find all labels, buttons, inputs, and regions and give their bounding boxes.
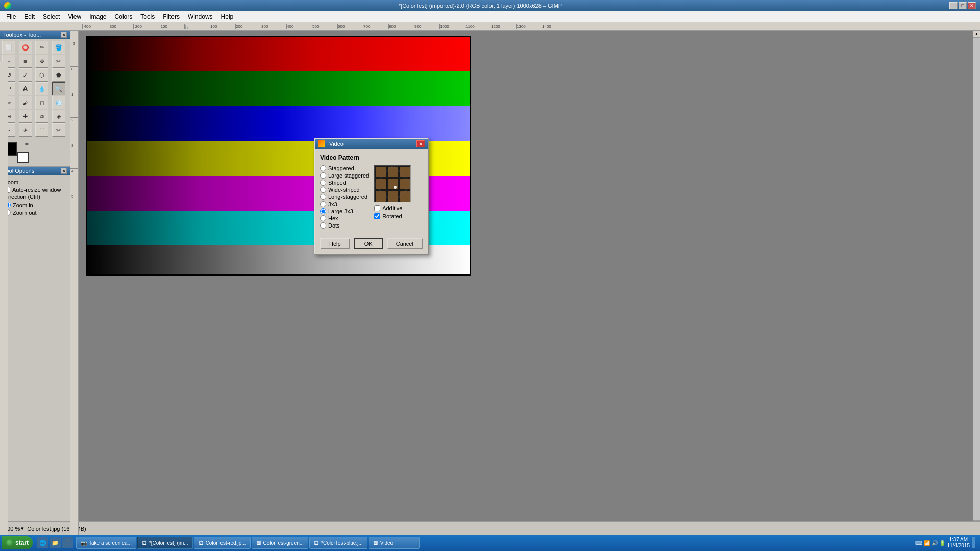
- pattern-long-staggered-radio[interactable]: [320, 194, 326, 200]
- tool-perspective[interactable]: ⬟: [52, 68, 65, 82]
- start-button[interactable]: start: [2, 536, 33, 549]
- taskbar-colortest-red-icon: 🖼: [199, 540, 204, 546]
- pattern-3x3: 3x3: [320, 201, 369, 207]
- pattern-large-staggered-radio[interactable]: [320, 172, 326, 179]
- pattern-dots-radio[interactable]: [320, 222, 326, 229]
- tool-fuzzy-select[interactable]: 🪣: [52, 41, 65, 54]
- tool-iscissors[interactable]: ✂: [52, 123, 65, 137]
- scrollbar-right[interactable]: ▲ ▼: [973, 31, 980, 528]
- pattern-long-staggered: Long-staggered: [320, 194, 369, 200]
- tool-move[interactable]: ✥: [35, 55, 48, 68]
- taskbar-screenshot[interactable]: 📷 Take a screen ca...: [76, 537, 136, 549]
- taskbar-colortest-red[interactable]: 🖼 ColorTest-red.jp...: [194, 537, 251, 549]
- tool-path[interactable]: ⌒: [35, 123, 48, 137]
- menu-file[interactable]: File: [2, 12, 20, 21]
- date-display: 11/4/2015: [947, 543, 970, 549]
- pattern-preview: [374, 165, 411, 202]
- rotated-label: Rotated: [382, 213, 402, 219]
- menu-tools[interactable]: Tools: [136, 12, 159, 21]
- menu-filters[interactable]: Filters: [159, 12, 184, 21]
- pattern-large-3x3-radio[interactable]: [320, 208, 326, 214]
- cancel-button[interactable]: Cancel: [387, 238, 423, 249]
- maximize-button[interactable]: □: [959, 2, 967, 9]
- tool-align[interactable]: ≡: [19, 55, 32, 68]
- menu-image[interactable]: Image: [85, 12, 110, 21]
- tool-color-picker[interactable]: 💧: [35, 82, 48, 95]
- quick-launch-ie[interactable]: 🌐: [37, 537, 48, 548]
- tool-scale[interactable]: ⤢: [19, 68, 32, 82]
- tool-free-select[interactable]: ✏: [35, 41, 48, 54]
- toolbox-close-button[interactable]: ✕: [61, 32, 67, 38]
- taskbar-video-icon: 🖼: [373, 540, 378, 546]
- pattern-dots-label: Dots: [328, 222, 340, 229]
- taskbar-colortest-icon: 🖼: [142, 540, 147, 546]
- tool-paintbrush[interactable]: 🖌: [19, 96, 32, 109]
- zoom-section-label: Zoom: [4, 179, 66, 185]
- pattern-wide-striped-label: Wide-striped: [328, 187, 360, 193]
- pattern-staggered-label: Staggered: [328, 165, 354, 171]
- tool-rect-select[interactable]: ⬜: [2, 41, 15, 54]
- pattern-striped-label: Striped: [328, 180, 346, 186]
- taskbar-colortest-label: *[ColorTest] (im...: [149, 540, 188, 546]
- quick-launch-folder[interactable]: 📁: [50, 537, 61, 548]
- pattern-wide-striped-radio[interactable]: [320, 187, 326, 193]
- taskbar-screenshot-label: Take a screen ca...: [89, 540, 132, 546]
- tool-airbrush[interactable]: 💨: [52, 96, 65, 109]
- tool-crop[interactable]: ✂: [52, 55, 65, 68]
- pattern-large-staggered-label: Large staggered: [328, 172, 369, 179]
- ok-button[interactable]: OK: [354, 238, 383, 249]
- tool-options-close-button[interactable]: ✕: [61, 168, 67, 174]
- menu-windows[interactable]: Windows: [184, 12, 217, 21]
- background-color[interactable]: [17, 152, 29, 163]
- clock: 1:37 AM 11/4/2015: [947, 537, 970, 549]
- help-button[interactable]: Help: [320, 238, 350, 249]
- video-dialog-buttons: Help OK Cancel: [315, 234, 428, 254]
- rotated-checkbox[interactable]: [374, 213, 380, 219]
- tool-options-titlebar: Tool Options ✕: [0, 167, 70, 175]
- pattern-3x3-radio[interactable]: [320, 201, 326, 207]
- scrollbar-up-arrow[interactable]: ▲: [973, 31, 980, 38]
- menu-select[interactable]: Select: [39, 12, 64, 21]
- taskbar-colortest-blue[interactable]: 🖼 *ColorTest-blue.j...: [309, 537, 368, 549]
- swap-colors-icon[interactable]: ⇄: [25, 142, 29, 146]
- quick-launch-media[interactable]: 🎵: [62, 537, 73, 548]
- blue-stripe: [87, 106, 470, 141]
- tool-dodge-burn[interactable]: ☀: [19, 123, 32, 137]
- tool-perspective-clone[interactable]: ⧉: [35, 110, 48, 123]
- menu-colors[interactable]: Colors: [111, 12, 137, 21]
- pattern-hex-radio[interactable]: [320, 215, 326, 221]
- tool-options-content: Zoom Auto-resize window Direction (Ctrl)…: [2, 177, 68, 219]
- tool-ellipse-select[interactable]: ⭕: [19, 41, 32, 54]
- menu-edit[interactable]: Edit: [20, 12, 39, 21]
- taskbar-colortest[interactable]: 🖼 *[ColorTest] (im...: [137, 537, 193, 549]
- tray-battery-icon: 🔋: [939, 540, 945, 546]
- tool-zoom[interactable]: 🔍: [52, 82, 65, 95]
- show-desktop-button[interactable]: [972, 537, 975, 548]
- tool-heal[interactable]: ✚: [19, 110, 32, 123]
- ruler-vertical-marks: -2 0 1 2 3 4 5: [70, 31, 79, 535]
- taskbar-video[interactable]: 🖼 Video: [369, 537, 420, 549]
- close-button[interactable]: ✕: [968, 2, 976, 9]
- pattern-striped-radio[interactable]: [320, 180, 326, 186]
- tool-shear[interactable]: ⬡: [35, 68, 48, 82]
- toolbox: Toolbox - Too... ✕ ⬜ ⭕ ✏ 🪣 ↔ ≡ ✥ ✂ ↺ ⤢ ⬡…: [0, 31, 70, 535]
- zoom-dropdown-icon[interactable]: ▾: [21, 525, 24, 532]
- menu-view[interactable]: View: [64, 12, 85, 21]
- tray-volume-icon: 🔊: [932, 540, 938, 546]
- pattern-staggered-radio[interactable]: [320, 165, 326, 171]
- taskbar-colortest-green[interactable]: 🖼 ColorTest-green...: [252, 537, 308, 549]
- svg-point-11: [394, 186, 397, 189]
- direction-label: Direction (Ctrl): [4, 194, 66, 200]
- zoom-in-row: Zoom in: [4, 202, 66, 208]
- additive-checkbox[interactable]: [374, 205, 380, 211]
- minimize-button[interactable]: _: [949, 2, 958, 9]
- video-dialog-close-button[interactable]: ✕: [416, 140, 425, 147]
- video-dialog-title: Video: [329, 141, 344, 147]
- menu-help[interactable]: Help: [217, 12, 238, 21]
- start-button-label: start: [15, 539, 29, 546]
- tool-eraser[interactable]: ◻: [35, 96, 48, 109]
- tool-text[interactable]: A: [19, 82, 32, 95]
- filename-text: ColorTest.jpg: [27, 525, 60, 532]
- taskbar-colortest-green-icon: 🖼: [256, 540, 261, 546]
- tool-blur-sharpen[interactable]: ◈: [52, 110, 65, 123]
